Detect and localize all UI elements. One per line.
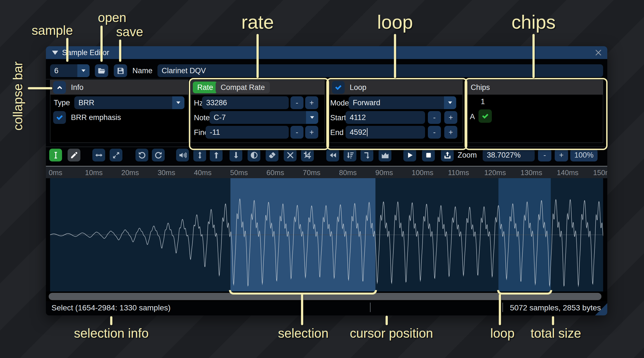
loop-panel: Loop Mode Forward Start 4112 - + End 459… (328, 80, 463, 143)
annotation-selection-info: selection info (74, 326, 149, 341)
annotation-selection: selection (278, 326, 329, 341)
annotation-cursor-position: cursor position (350, 326, 433, 341)
loop-start-label: Start (330, 111, 346, 124)
annotation-loop: loop (377, 11, 413, 33)
note-dropdown[interactable]: C-7 (209, 111, 318, 124)
reverse-button[interactable] (326, 149, 339, 161)
check-icon (334, 83, 343, 92)
loop-end-plus-button[interactable]: + (444, 126, 457, 139)
arrow-up-icon (212, 151, 220, 159)
amplify-button[interactable] (176, 149, 189, 161)
hz-input[interactable]: 33286 (202, 96, 289, 109)
info-panel: Info Type BRR BRR emphasis (50, 80, 188, 143)
annotation-line-collapse-bar (28, 87, 52, 89)
loop-mode-dropdown[interactable]: Forward (349, 96, 456, 109)
chevron-down-icon[interactable] (444, 96, 456, 109)
delete-button[interactable] (284, 149, 297, 161)
sample-number-dropdown[interactable]: 6 (50, 64, 90, 77)
annotation-line-cursor-position (386, 316, 388, 325)
upload-button[interactable] (441, 149, 454, 161)
fine-minus-button[interactable]: - (290, 126, 304, 139)
rate-panel: Rate Compat Rate Hz 33286 - + Note C-7 F… (191, 80, 325, 143)
open-sample-button[interactable] (95, 64, 108, 77)
chevron-down-icon[interactable] (77, 64, 90, 77)
loop-end-minus-button[interactable]: - (428, 126, 441, 139)
silence-button[interactable] (266, 149, 278, 161)
arrow-down-icon (232, 151, 240, 159)
redo-icon (154, 151, 162, 159)
eraser-icon (268, 151, 276, 159)
waveform-canvas[interactable] (50, 178, 603, 291)
preview-stop-button[interactable] (422, 149, 435, 161)
ruler-label: 40ms (194, 168, 212, 177)
ruler-label: 60ms (267, 168, 284, 177)
preview-play-button[interactable] (403, 149, 416, 161)
edit-mode-select-button[interactable] (49, 149, 62, 161)
insert-button[interactable] (361, 149, 373, 161)
loop-start-input[interactable]: 4112 (346, 111, 425, 124)
downsample-button[interactable] (344, 149, 356, 161)
ruler-label: 130ms (520, 168, 542, 177)
annotation-line-total-size (552, 316, 554, 325)
window-collapse-icon[interactable] (52, 51, 58, 55)
ruler-label: 30ms (157, 168, 175, 177)
zoom-input[interactable]: 38.7027% (483, 149, 535, 161)
redo-button[interactable] (152, 149, 165, 161)
close-icon[interactable] (594, 49, 602, 57)
loop-end-input[interactable]: 4592 (346, 126, 425, 139)
stop-icon (425, 151, 433, 159)
divider (46, 147, 607, 147)
time-ruler[interactable]: 0ms10ms20ms30ms40ms50ms60ms70ms80ms90ms1… (46, 166, 607, 178)
fade-in-button[interactable] (210, 149, 223, 161)
annotation-bracket-loop (497, 290, 552, 295)
chips-column-header: 1 (481, 95, 485, 108)
edit-mode-draw-button[interactable] (68, 149, 80, 161)
invert-button[interactable] (248, 149, 260, 161)
tab-rate[interactable]: Rate (193, 82, 218, 93)
ruler-label: 110ms (448, 168, 469, 177)
chip-1-checkbox[interactable] (478, 109, 492, 123)
loop-enable-checkbox[interactable] (332, 81, 345, 94)
resample-button[interactable] (110, 149, 122, 161)
zoom-out-button[interactable]: - (538, 149, 551, 161)
ruler-label: 50ms (230, 168, 248, 177)
annotation-rate: rate (241, 11, 274, 33)
type-value: BRR (78, 99, 94, 107)
chips-panel: Chips 1 A (467, 80, 603, 143)
title-bar[interactable]: Sample Editor (46, 46, 607, 59)
ruler-label: 100ms (412, 168, 433, 177)
create-wavetable-button[interactable] (379, 149, 391, 161)
brr-emphasis-checkbox[interactable] (53, 111, 66, 124)
note-label: Note (194, 111, 210, 124)
window-resize-grip[interactable] (595, 303, 607, 315)
check-icon (481, 112, 490, 121)
annotation-loop-bottom: loop (490, 326, 515, 341)
zoom-in-button[interactable]: + (555, 149, 568, 161)
annotation-save: save (116, 24, 143, 39)
area-chart-icon (381, 151, 389, 159)
info-collapse-button[interactable] (53, 81, 66, 94)
zoom-reset-button[interactable]: 100% (570, 149, 598, 161)
x-icon (286, 151, 294, 159)
save-sample-button[interactable] (114, 64, 127, 77)
chevron-down-icon[interactable] (172, 96, 184, 109)
fine-plus-button[interactable]: + (305, 126, 318, 139)
info-panel-header: Info (50, 80, 188, 95)
chevron-up-icon (56, 84, 64, 92)
resize-button[interactable] (92, 149, 105, 161)
chevron-down-icon[interactable] (306, 111, 318, 124)
undo-button[interactable] (135, 149, 148, 161)
normalize-button[interactable] (193, 149, 206, 161)
chips-panel-title: Chips (471, 83, 490, 92)
hz-minus-button[interactable]: - (290, 96, 304, 109)
name-input[interactable]: Clarinet DQV (157, 64, 603, 77)
hz-plus-button[interactable]: + (305, 96, 318, 109)
tab-compat-rate[interactable]: Compat Rate (216, 82, 270, 93)
type-dropdown[interactable]: BRR (74, 96, 184, 109)
fine-input[interactable]: -11 (206, 126, 289, 139)
ruler-label: 120ms (484, 168, 506, 177)
trim-button[interactable] (301, 149, 314, 161)
loop-start-minus-button[interactable]: - (428, 111, 441, 124)
loop-start-plus-button[interactable]: + (444, 111, 457, 124)
fade-out-button[interactable] (230, 149, 242, 161)
